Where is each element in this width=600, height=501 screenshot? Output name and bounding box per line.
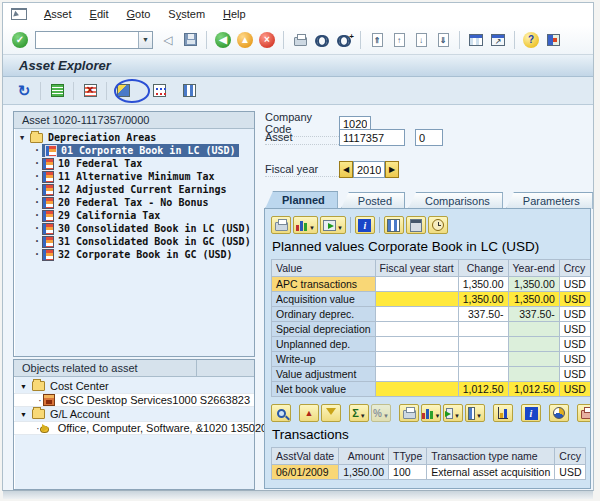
- display-asset-button[interactable]: [46, 80, 68, 102]
- menu-help[interactable]: Help: [214, 5, 255, 23]
- pv-info-button[interactable]: i: [355, 216, 375, 234]
- col-ttype[interactable]: TType: [389, 448, 427, 465]
- cell-change[interactable]: [458, 367, 508, 382]
- cell-value[interactable]: Write-up: [272, 352, 376, 367]
- cancel-button[interactable]: ×: [256, 29, 278, 51]
- col-transaction-type-name[interactable]: Transaction type name: [427, 448, 555, 465]
- cell-value[interactable]: Special depreciation: [272, 322, 376, 337]
- command-dropdown-icon[interactable]: ▼: [138, 32, 152, 48]
- enter-button[interactable]: ✓: [9, 29, 31, 51]
- cell-year-end[interactable]: 1,350.00: [508, 277, 559, 292]
- col-crcy[interactable]: Crcy: [555, 448, 586, 465]
- cell-start[interactable]: [375, 277, 458, 292]
- cell-ttype[interactable]: 100: [389, 465, 427, 480]
- pv-chart-button[interactable]: ▼: [293, 216, 318, 234]
- prev-page-button[interactable]: ↑: [388, 29, 410, 51]
- cell-crcy[interactable]: USD: [559, 277, 590, 292]
- command-field[interactable]: [36, 33, 138, 47]
- col-change[interactable]: Change: [458, 260, 508, 277]
- cell-amount[interactable]: 1,350.00: [339, 465, 389, 480]
- tree-item-area-20[interactable]: ·20 Federal Tax - No Bonus: [14, 196, 254, 209]
- cell-change[interactable]: 1,350.00: [458, 292, 508, 307]
- next-page-button[interactable]: ↓: [410, 29, 432, 51]
- asset-subnumber-field[interactable]: [415, 129, 443, 146]
- col-amount[interactable]: Amount: [339, 448, 389, 465]
- menu-goto[interactable]: Goto: [118, 5, 160, 23]
- pv-print-button[interactable]: [271, 216, 291, 234]
- tree-item-area-11[interactable]: ·11 Alternative Minimum Tax: [14, 170, 254, 183]
- col-fiscal-year-start[interactable]: Fiscal year start: [375, 260, 458, 277]
- find-next-button[interactable]: +: [333, 29, 355, 51]
- menu-asset[interactable]: Asset: [35, 5, 81, 23]
- cell-crcy[interactable]: USD: [559, 307, 590, 322]
- cell-crcy[interactable]: USD: [559, 292, 590, 307]
- cell-change[interactable]: 337.50-: [458, 307, 508, 322]
- cell-crcy[interactable]: USD: [559, 352, 590, 367]
- cell-start[interactable]: [375, 292, 458, 307]
- tx-filter-button[interactable]: [321, 404, 341, 422]
- pv-export-button[interactable]: ▼: [320, 216, 346, 234]
- find-button[interactable]: [311, 29, 333, 51]
- fiscal-year-field[interactable]: [353, 161, 385, 178]
- col-asstval-date[interactable]: AsstVal date: [272, 448, 339, 465]
- tx-subtotal-button[interactable]: %▼: [371, 404, 391, 422]
- gl-account-folder-row[interactable]: ▼ G/L Account: [14, 407, 254, 421]
- tx-views-button[interactable]: ▼: [465, 404, 485, 422]
- tx-detail-button[interactable]: [271, 404, 291, 422]
- collapse-arrow-icon[interactable]: ▼: [20, 134, 30, 142]
- display-values-button[interactable]: [178, 80, 200, 102]
- tree-item-area-10[interactable]: ·10 Federal Tax: [14, 157, 254, 170]
- back-button[interactable]: ◀: [212, 29, 234, 51]
- tx-graphic-button[interactable]: [493, 404, 513, 422]
- tx-export-button[interactable]: ▼: [443, 404, 463, 422]
- selected-tree-item[interactable]: 01 Corporate Book in LC (USD): [42, 144, 239, 157]
- system-menu-icon[interactable]: [11, 8, 27, 20]
- customize-layout-button[interactable]: [542, 29, 564, 51]
- create-shortcut-button[interactable]: ↗: [487, 29, 509, 51]
- pv-views-button[interactable]: [384, 216, 404, 234]
- tx-print-button[interactable]: [399, 404, 419, 422]
- last-page-button[interactable]: ⇓: [432, 29, 454, 51]
- save-button[interactable]: [179, 29, 201, 51]
- tab-planned-values[interactable]: Planned values: [265, 191, 338, 209]
- cell-crcy[interactable]: USD: [555, 465, 586, 480]
- cell-year-end[interactable]: 1,350.00: [508, 292, 559, 307]
- tab-comparisons[interactable]: Comparisons: [408, 192, 503, 209]
- cell-start[interactable]: [375, 367, 458, 382]
- col-year-end[interactable]: Year-end: [508, 260, 559, 277]
- gl-account-item-row[interactable]: · Office, Computer, Software, & 1020 135…: [14, 421, 254, 435]
- cell-change[interactable]: [458, 352, 508, 367]
- tree-item-area-12[interactable]: ·12 Adjusted Current Earnings: [14, 183, 254, 196]
- cell-value[interactable]: Ordinary deprec.: [272, 307, 376, 322]
- cell-year-end[interactable]: [508, 322, 559, 337]
- new-session-button[interactable]: [465, 29, 487, 51]
- tab-parameters[interactable]: Parameters: [506, 192, 593, 209]
- col-value[interactable]: Value: [272, 260, 376, 277]
- pv-calculator-button[interactable]: [406, 216, 426, 234]
- menu-edit[interactable]: Edit: [81, 5, 118, 23]
- cell-start[interactable]: [375, 382, 458, 397]
- col-crcy[interactable]: Crcy: [559, 260, 590, 277]
- cell-value[interactable]: Net book value: [272, 382, 376, 397]
- enter-arrow-button[interactable]: ◁: [157, 29, 179, 51]
- tx-sum-button[interactable]: Σ▼: [349, 404, 369, 422]
- cell-start[interactable]: [375, 307, 458, 322]
- display-master-data-button[interactable]: [148, 80, 170, 102]
- collapse-arrow-icon[interactable]: ▼: [20, 411, 32, 418]
- cell-value[interactable]: APC transactions: [272, 277, 376, 292]
- tree-item-area-32[interactable]: ·32 Corporate Book in GC (USD): [14, 248, 254, 261]
- cell-value[interactable]: Unplanned dep.: [272, 337, 376, 352]
- cell-value[interactable]: Acquisition value: [272, 292, 376, 307]
- pv-period-button[interactable]: [428, 216, 448, 234]
- tx-chart-button[interactable]: ▼: [421, 404, 441, 422]
- cell-year-end[interactable]: [508, 367, 559, 382]
- cell-change[interactable]: 1,012.50: [458, 382, 508, 397]
- cell-year-end[interactable]: 1,012.50: [508, 382, 559, 397]
- tx-info-button[interactable]: i: [521, 404, 541, 422]
- fiscal-year-next-button[interactable]: ▶: [385, 161, 399, 178]
- cell-change[interactable]: [458, 337, 508, 352]
- fiscal-year-prev-button[interactable]: ◀: [339, 161, 353, 178]
- help-button[interactable]: ?: [520, 29, 542, 51]
- tree-item-area-01[interactable]: · 01 Corporate Book in LC (USD): [14, 144, 254, 157]
- cell-start[interactable]: [375, 337, 458, 352]
